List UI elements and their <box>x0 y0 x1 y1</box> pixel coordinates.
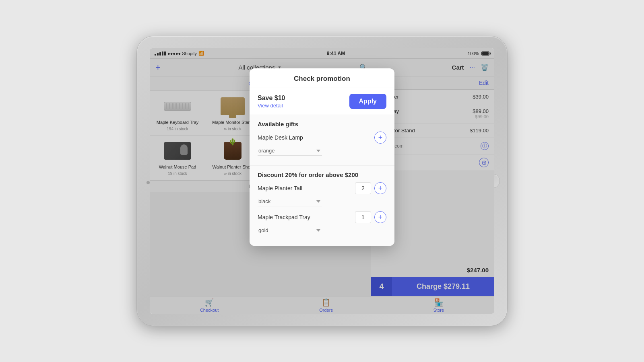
modal-title: Check promotion <box>258 75 386 83</box>
gifts-section-title: Available gifts <box>258 121 386 128</box>
ipad-screen: ●●●●● Shopify 📶 9:41 AM 100% + All colle… <box>150 48 494 314</box>
discount-gift-name: Maple Trackpad Tray <box>258 214 310 220</box>
gift-name: Maple Desk Lamp <box>258 134 303 141</box>
gift-variant-select[interactable]: orange black white <box>258 146 322 156</box>
check-promotion-modal: Check promotion Save $10 View detail App… <box>250 68 394 246</box>
discount-gift-name: Maple Planter Tall <box>258 185 302 191</box>
discount-item-trackpad: Maple Trackpad Tray + gold black silver <box>258 211 386 235</box>
add-gift-button[interactable]: + <box>374 132 386 144</box>
trackpad-qty-input[interactable] <box>355 211 371 223</box>
planter-add-button[interactable]: + <box>374 182 386 194</box>
planter-variant-select[interactable]: black orange white <box>258 197 322 206</box>
modal-header: Check promotion <box>250 68 394 88</box>
gift-item-desk-lamp: Maple Desk Lamp + orange black white <box>258 132 386 156</box>
promo-section: Save $10 View detail Apply <box>250 88 394 115</box>
trackpad-add-button[interactable]: + <box>374 211 386 223</box>
modal-overlay: Check promotion Save $10 View detail App… <box>150 48 494 314</box>
gifts-section: Available gifts Maple Desk Lamp + orange… <box>250 115 394 166</box>
side-dot <box>147 181 150 184</box>
planter-qty-input[interactable] <box>355 182 371 194</box>
ipad-shell: ●●●●● Shopify 📶 9:41 AM 100% + All colle… <box>137 36 507 326</box>
trackpad-variant-select[interactable]: gold black silver <box>258 226 322 235</box>
discount-section: Discount 20% for order above $200 Maple … <box>250 166 394 246</box>
promo-view-detail[interactable]: View detail <box>258 103 285 109</box>
discount-item-planter: Maple Planter Tall + black orange white <box>258 182 386 206</box>
discount-section-title: Discount 20% for order above $200 <box>258 171 386 178</box>
promo-name: Save $10 <box>258 95 285 102</box>
apply-button[interactable]: Apply <box>349 94 386 109</box>
